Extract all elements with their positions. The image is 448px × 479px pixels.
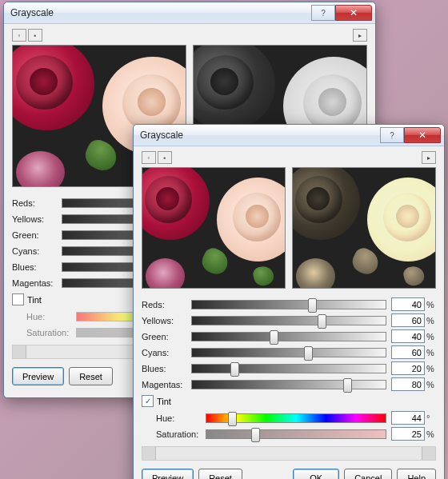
reset-button[interactable]: Reset bbox=[198, 469, 242, 479]
reds-slider[interactable] bbox=[191, 300, 386, 309]
dialog-title: Grayscale bbox=[140, 130, 380, 141]
scrollbar[interactable] bbox=[142, 446, 436, 461]
zoom-out-icon[interactable]: ▫ bbox=[142, 151, 156, 164]
help-button[interactable]: ? bbox=[380, 127, 404, 143]
ok-button[interactable]: OK bbox=[293, 469, 339, 479]
hue-value[interactable] bbox=[391, 411, 425, 425]
cyans-value[interactable] bbox=[391, 345, 425, 359]
play-icon[interactable]: ▸ bbox=[422, 151, 436, 164]
close-button[interactable]: ✕ bbox=[335, 5, 372, 21]
close-button[interactable]: ✕ bbox=[404, 127, 441, 143]
result-preview bbox=[292, 167, 436, 289]
preview-button[interactable]: Preview bbox=[142, 469, 194, 479]
play-icon[interactable]: ▸ bbox=[353, 29, 367, 42]
help-button[interactable]: ? bbox=[311, 5, 335, 21]
grayscale-dialog-front: Grayscale ? ✕ ▫ ▪ ▸ Reds:% Yellows:% Gre… bbox=[133, 124, 445, 479]
green-slider[interactable] bbox=[191, 332, 386, 341]
saturation-slider[interactable] bbox=[206, 429, 386, 439]
blues-slider[interactable] bbox=[191, 364, 386, 373]
titlebar[interactable]: Grayscale ? ✕ bbox=[4, 2, 375, 24]
hue-slider[interactable] bbox=[206, 413, 386, 423]
tint-checkbox[interactable] bbox=[12, 293, 24, 305]
green-value[interactable] bbox=[391, 329, 425, 343]
preview-button[interactable]: Preview bbox=[12, 367, 64, 385]
dialog-title: Grayscale bbox=[10, 7, 311, 18]
tint-checkbox[interactable]: ✓ bbox=[142, 395, 154, 407]
cancel-button[interactable]: Cancel bbox=[344, 469, 392, 479]
zoom-in-icon[interactable]: ▪ bbox=[28, 29, 42, 42]
zoom-out-icon[interactable]: ▫ bbox=[12, 29, 26, 42]
reset-button[interactable]: Reset bbox=[69, 367, 113, 385]
magentas-value[interactable] bbox=[391, 377, 425, 391]
yellows-slider[interactable] bbox=[191, 316, 386, 325]
reds-value[interactable] bbox=[391, 297, 425, 311]
saturation-value[interactable] bbox=[391, 427, 425, 441]
titlebar[interactable]: Grayscale ? ✕ bbox=[134, 125, 444, 146]
magentas-slider[interactable] bbox=[191, 380, 386, 389]
zoom-in-icon[interactable]: ▪ bbox=[158, 151, 172, 164]
blues-value[interactable] bbox=[391, 361, 425, 375]
help-button[interactable]: Help bbox=[397, 469, 436, 479]
yellows-value[interactable] bbox=[391, 313, 425, 327]
cyans-slider[interactable] bbox=[191, 348, 386, 357]
original-preview bbox=[142, 167, 286, 289]
